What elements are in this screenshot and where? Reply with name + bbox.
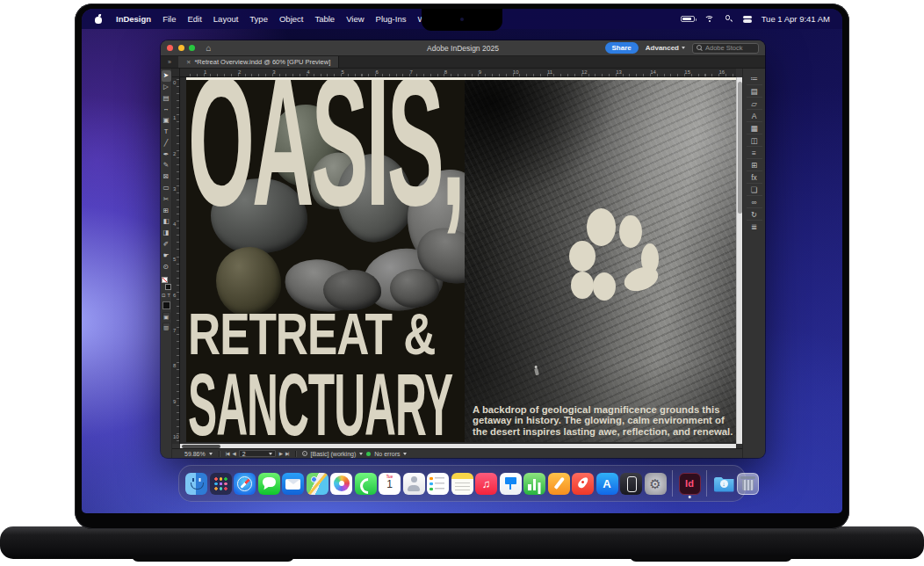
tab-close-icon[interactable]: ✕ [186,59,191,66]
dock-system-settings[interactable] [645,473,667,495]
screen-mode-preview-button[interactable]: ▥ [162,323,170,330]
fill-swatch[interactable] [162,277,168,283]
dock-music[interactable] [475,473,497,495]
dock-contacts[interactable] [403,473,425,495]
document-canvas[interactable]: OASIS, RETREAT & SANCTUARY [180,77,736,444]
preflight-chevron-icon[interactable] [359,453,363,455]
stroke-swatch[interactable] [165,284,171,290]
dock-maps[interactable] [307,473,328,495]
dock-rocket-app[interactable] [572,473,594,495]
menu-item-layout[interactable]: Layout [213,14,239,24]
ruler-origin-corner[interactable] [172,69,180,77]
menu-item-object[interactable]: Object [279,14,303,24]
wifi-icon[interactable] [704,15,715,23]
cc-libraries-panel-icon[interactable]: ▤ [747,84,762,97]
zoom-tool[interactable]: ⊙ [162,262,171,273]
formatting-container-icon[interactable]: ⊡ [162,293,166,298]
character-styles-panel-icon[interactable]: A [747,109,762,121]
dock-numbers[interactable] [523,473,545,495]
menu-item-file[interactable]: File [162,14,176,24]
effects-panel-icon[interactable]: fx [747,171,762,183]
free-transform-tool[interactable]: ⊞ [162,206,171,217]
horizontal-ruler[interactable]: 12345678910111213141516 [180,69,736,77]
hyperlinks-panel-icon[interactable]: ∞ [747,195,762,207]
menu-item-view[interactable]: View [346,14,364,24]
dock-notes[interactable] [451,473,473,495]
pages-panel-icon[interactable]: ▱ [747,97,762,109]
formatting-text-icon[interactable]: T [168,293,170,298]
horizontal-scrollbar-thumb[interactable] [182,445,220,448]
properties-panel-icon[interactable]: ≔ [747,72,762,84]
collapse-tools-icon[interactable]: » [161,56,178,68]
control-center-icon[interactable] [743,15,752,23]
errors-chevron-icon[interactable] [403,453,407,455]
dock-keynote[interactable] [500,473,522,495]
dock-trash[interactable] [737,473,759,495]
zoom-chevron-icon[interactable] [209,453,213,455]
document-tab[interactable]: ✕ *Retreat Overview.indd @ 60% [GPU Prev… [178,56,339,68]
dock-downloads-folder[interactable] [713,473,735,495]
dock-launchpad[interactable] [210,473,232,495]
pencil-tool[interactable]: ✎ [162,160,171,171]
menu-item-table[interactable]: Table [314,14,335,24]
close-window-button[interactable] [167,45,173,51]
minimize-window-button[interactable] [178,45,184,51]
first-page-button[interactable]: |◀ [226,451,229,456]
menu-item-plug-ins[interactable]: Plug-Ins [376,14,407,24]
next-page-button[interactable]: ▶ [279,451,282,456]
dock-indesign[interactable]: Id [679,473,701,495]
links-panel-icon[interactable]: ▦ [747,121,762,134]
dock-iphone-mirroring[interactable] [620,473,642,495]
direct-selection-tool[interactable]: ▷ [162,82,171,93]
preflight-profile[interactable]: [Basic] (working) [311,451,357,457]
scissors-tool[interactable]: ✂ [162,194,171,206]
menu-bar-clock[interactable]: Tue 1 Apr 9:41 AM [762,14,830,24]
vertical-ruler[interactable]: 012345678910 [172,77,180,444]
apple-menu[interactable] [94,14,104,25]
type-tool[interactable]: T [162,127,171,138]
last-page-button[interactable]: ▶| [285,451,289,456]
share-button[interactable]: Share [605,42,639,54]
swatches-panel-icon[interactable]: ◫ [747,134,762,146]
gradient-feather-tool[interactable]: ◨ [162,228,171,239]
battery-icon[interactable] [681,16,695,23]
dock-reminders[interactable] [427,473,449,495]
page-number-field[interactable]: 2 [239,450,276,457]
pen-tool[interactable]: ✒ [162,149,171,161]
adobe-stock-search-input[interactable]: Adobe Stock [692,43,759,54]
dock-messages[interactable] [258,473,280,495]
stroke-panel-icon[interactable]: ≣ [747,220,762,232]
dock-photos[interactable] [330,473,352,495]
dock-mail[interactable] [282,473,304,495]
zoom-window-button[interactable] [189,45,195,51]
home-icon[interactable]: ⌂ [206,44,212,53]
dock-pages[interactable] [548,473,570,495]
preflight-status[interactable]: No errors [374,451,400,457]
workspace-menu[interactable]: Advanced [646,44,685,52]
content-collector-tool[interactable]: ▣ [162,115,171,127]
preflight-icon[interactable] [302,451,307,456]
vertical-scrollbar[interactable] [736,77,742,444]
page-tool[interactable]: ▤ [162,93,171,105]
menu-item-type[interactable]: Type [249,14,268,24]
line-tool[interactable]: ╱ [162,138,171,149]
previous-page-button[interactable]: ◀ [232,451,235,456]
eyedropper-tool[interactable]: ✐ [162,239,171,250]
menu-item-edit[interactable]: Edit [187,14,201,24]
apply-color-button[interactable] [162,301,170,309]
gradient-swatch-tool[interactable]: ◧ [162,216,171,228]
rectangle-tool[interactable]: ▭ [162,183,171,194]
layers-panel-icon[interactable]: ❏ [747,183,762,195]
dock-safari[interactable] [234,473,256,495]
zoom-level[interactable]: 59.86% [184,451,206,457]
transform-panel-icon[interactable]: ⊞ [747,158,762,171]
selection-tool[interactable]: ➤ [162,70,171,82]
dock-phone[interactable] [355,473,377,495]
hand-tool[interactable]: ☛ [162,250,171,262]
screen-mode-normal-button[interactable]: ▣ [162,312,170,320]
frame-tool[interactable]: ⊠ [162,171,171,183]
spotlight-search-icon[interactable] [725,15,733,24]
dock-finder[interactable] [185,473,207,495]
page-spread[interactable]: OASIS, RETREAT & SANCTUARY [186,77,736,442]
gap-tool[interactable]: ↔ [162,104,171,115]
